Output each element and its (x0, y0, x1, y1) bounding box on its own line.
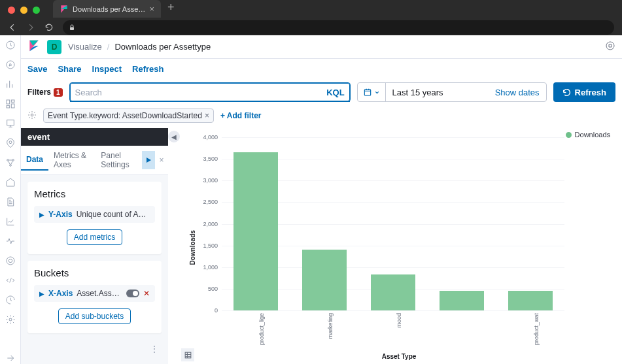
filter-settings-icon[interactable] (27, 110, 37, 122)
search-input[interactable]: Search KQL (69, 82, 351, 102)
y-tick-label: 2,000 (203, 221, 222, 227)
y-tick-label: 2,500 (203, 199, 222, 205)
collapse-panel-icon[interactable]: ◀ (168, 131, 180, 142)
svg-point-14 (9, 318, 12, 321)
fullscreen-icon[interactable] (605, 41, 615, 53)
y-tick-label: 1,500 (203, 242, 222, 249)
kibana-logo-icon[interactable] (27, 39, 41, 54)
chart-bar[interactable] (233, 152, 278, 310)
nav-rail (0, 35, 21, 364)
breadcrumb-page[interactable]: Downloads per Assettype (114, 42, 211, 52)
svg-point-17 (31, 114, 33, 116)
calendar-icon[interactable] (358, 83, 386, 101)
tab-panel-settings[interactable]: Panel Settings (95, 146, 142, 174)
refresh-button[interactable]: Refresh (553, 82, 615, 102)
monitoring-icon[interactable] (5, 294, 16, 306)
y-tick-label: 500 (208, 286, 222, 292)
uptime-icon[interactable] (5, 235, 16, 247)
ml-icon[interactable] (5, 157, 16, 169)
svg-rect-3 (7, 100, 10, 104)
minimize-window-icon[interactable] (20, 7, 27, 14)
share-button[interactable]: Share (58, 64, 81, 74)
more-options-icon[interactable]: ⋮ (27, 340, 162, 358)
kql-toggle[interactable]: KQL (326, 88, 344, 97)
config-panel: event Data Metrics & Axes Panel Settings… (21, 128, 168, 364)
space-selector[interactable]: D (47, 40, 61, 54)
svg-rect-6 (7, 106, 10, 108)
toggle-bucket-icon[interactable] (126, 290, 139, 297)
metrics-heading: Metrics (34, 188, 155, 199)
address-bar[interactable] (63, 20, 614, 35)
chart-bar[interactable] (508, 291, 553, 310)
svg-point-9 (7, 159, 9, 161)
logs-icon[interactable] (5, 196, 16, 208)
add-metrics-button[interactable]: Add metrics (67, 229, 122, 245)
delete-bucket-icon[interactable]: ✕ (143, 289, 150, 298)
close-window-icon[interactable] (8, 7, 15, 14)
filter-bar: Filters 1 Search KQL Last 15 years Show … (21, 78, 622, 106)
apm-icon[interactable] (5, 216, 16, 227)
canvas-icon[interactable] (5, 118, 16, 129)
filter-count-badge: 1 (54, 88, 63, 97)
discover-icon[interactable] (5, 59, 16, 71)
breadcrumb: Visualize / Downloads per Assettype (68, 42, 211, 52)
chart-bar[interactable] (371, 274, 415, 310)
x-tick-label: marketing (324, 313, 334, 339)
chart-bar[interactable] (302, 250, 347, 310)
discard-changes-icon[interactable]: × (155, 156, 168, 165)
chart-bar[interactable] (440, 291, 484, 310)
y-tick-label: 0 (215, 307, 222, 314)
forward-icon[interactable] (26, 23, 35, 32)
maps-icon[interactable] (5, 137, 16, 149)
refresh-link[interactable]: Refresh (132, 64, 164, 74)
metrics-card: Metrics ▶ Y-Axis Unique count of Asset I… (27, 182, 162, 254)
show-dates-link[interactable]: Show dates (489, 88, 546, 97)
svg-rect-4 (11, 100, 14, 102)
svg-rect-16 (364, 90, 370, 95)
topbar: D Visualize / Downloads per Assettype (21, 35, 622, 59)
grid-line (222, 137, 564, 138)
tab-data[interactable]: Data (21, 150, 48, 171)
collapse-rail-icon[interactable] (5, 352, 16, 364)
management-icon[interactable] (5, 314, 16, 325)
bucket-x-axis-row[interactable]: ▶ X-Axis Asset.Asset Type Nam... ✕ (34, 285, 155, 302)
back-icon[interactable] (8, 23, 17, 32)
filter-pill[interactable]: Event Type.keyword: AssetDownloadStarted… (43, 108, 214, 123)
add-filter-button[interactable]: + Add filter (220, 111, 262, 120)
reload-icon[interactable] (44, 23, 54, 32)
new-tab-icon[interactable]: + (167, 1, 175, 14)
devtools-icon[interactable] (5, 274, 16, 286)
svg-point-12 (9, 259, 12, 262)
maximize-window-icon[interactable] (33, 7, 40, 14)
inspect-button[interactable]: Inspect (92, 64, 122, 74)
save-button[interactable]: Save (27, 64, 47, 74)
apply-changes-icon[interactable] (142, 151, 155, 169)
svg-point-15 (606, 42, 614, 50)
date-picker[interactable]: Last 15 years Show dates (357, 82, 547, 102)
svg-point-13 (7, 257, 14, 265)
remove-filter-icon[interactable]: × (205, 111, 209, 120)
buckets-card: Buckets ▶ X-Axis Asset.Asset Type Nam...… (27, 261, 162, 333)
svg-rect-18 (185, 352, 191, 358)
breadcrumb-app[interactable]: Visualize (68, 42, 102, 52)
tab-close-icon[interactable]: × (149, 4, 154, 14)
kibana-favicon-icon (60, 5, 69, 14)
visualize-icon[interactable] (5, 78, 16, 90)
add-sub-buckets-button[interactable]: Add sub-buckets (58, 308, 131, 324)
infra-icon[interactable] (5, 176, 16, 188)
svg-point-11 (9, 165, 11, 167)
recent-icon[interactable] (5, 39, 16, 51)
browser-tab[interactable]: Downloads per Assettype - Kib… × (53, 0, 161, 18)
x-tick-label: product_lige (256, 313, 265, 345)
siem-icon[interactable] (5, 255, 16, 267)
y-axis-label: Downloads (189, 230, 196, 265)
refresh-icon (562, 88, 571, 97)
filter-pills-row: Event Type.keyword: AssetDownloadStarted… (21, 106, 622, 128)
plot-area: 05001,0001,5002,0002,5003,0003,5004,000p… (222, 137, 564, 310)
metric-y-axis-row[interactable]: ▶ Y-Axis Unique count of Asset Id (34, 206, 155, 223)
panel-tabs: Data Metrics & Axes Panel Settings × (21, 146, 168, 175)
x-tick-label: mood (393, 313, 402, 328)
tab-metrics-axes[interactable]: Metrics & Axes (48, 146, 95, 174)
dashboard-icon[interactable] (5, 98, 16, 110)
x-tick-label: product_wat (530, 313, 540, 345)
